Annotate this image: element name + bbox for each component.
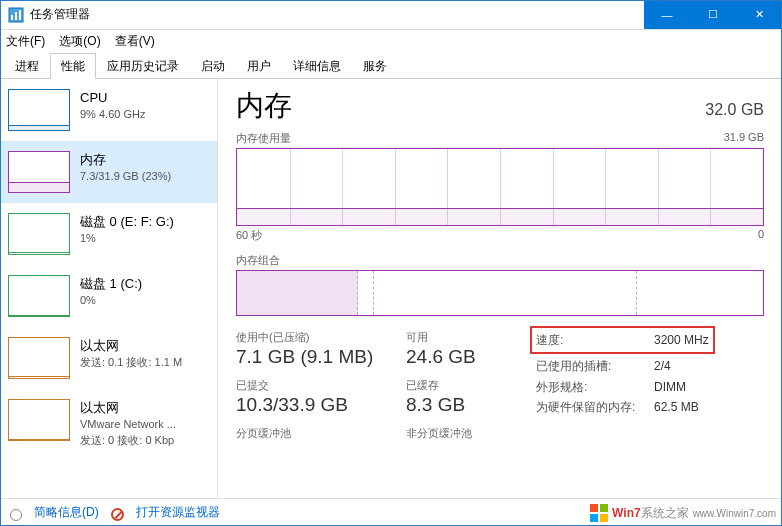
app-icon	[8, 7, 24, 23]
tab-startup[interactable]: 启动	[190, 53, 236, 79]
cached-label: 已缓存	[406, 378, 516, 393]
svg-rect-4	[590, 504, 598, 512]
commit-label: 已提交	[236, 378, 406, 393]
paged-label: 分页缓冲池	[236, 426, 406, 441]
disk1-sub: 0%	[80, 293, 142, 308]
eth0-name: 以太网	[80, 337, 182, 355]
memory-usage-chart	[236, 148, 764, 226]
main-panel: 内存 32.0 GB 内存使用量 31.9 GB 60 秒 0 内存组合	[218, 79, 782, 499]
form-key: 外形规格:	[536, 377, 636, 397]
svg-rect-6	[590, 514, 598, 522]
commit-value: 10.3/33.9 GB	[236, 394, 406, 416]
reserved-key: 为硬件保留的内存:	[536, 397, 636, 417]
cpu-name: CPU	[80, 89, 145, 107]
speed-key: 速度:	[536, 330, 636, 350]
disk0-name: 磁盘 0 (E: F: G:)	[80, 213, 174, 231]
content: CPU9% 4.60 GHz 内存7.3/31.9 GB (23%) 磁盘 0 …	[0, 79, 782, 499]
avail-label: 可用	[406, 330, 516, 345]
resource-monitor-link[interactable]: 打开资源监视器	[136, 504, 220, 521]
svg-rect-1	[11, 15, 13, 20]
nonpaged-label: 非分页缓冲池	[406, 426, 516, 441]
minimize-button[interactable]: —	[644, 0, 690, 29]
windows-icon	[590, 504, 608, 522]
axis-right: 0	[758, 228, 764, 243]
eth1-sub: 发送: 0 接收: 0 Kbp	[80, 433, 176, 448]
menubar: 文件(F) 选项(O) 查看(V)	[0, 30, 782, 52]
svg-rect-3	[19, 10, 21, 20]
memory-composition-chart	[236, 270, 764, 316]
tab-details[interactable]: 详细信息	[282, 53, 352, 79]
speed-value: 3200 MHz	[654, 330, 709, 350]
slots-key: 已使用的插槽:	[536, 356, 636, 376]
tab-history[interactable]: 应用历史记录	[96, 53, 190, 79]
reserved-value: 62.5 MB	[654, 397, 699, 417]
usage-max: 31.9 GB	[724, 131, 764, 146]
inuse-label: 使用中(已压缩)	[236, 330, 406, 345]
cpu-sub: 9% 4.60 GHz	[80, 107, 145, 122]
window-title: 任务管理器	[30, 6, 644, 23]
tab-users[interactable]: 用户	[236, 53, 282, 79]
svg-rect-2	[15, 12, 17, 20]
composition-label: 内存组合	[236, 253, 764, 268]
mem-thumb	[8, 151, 70, 193]
eth0-thumb	[8, 337, 70, 379]
mem-sub: 7.3/31.9 GB (23%)	[80, 169, 171, 184]
svg-rect-5	[600, 504, 608, 512]
disk1-thumb	[8, 275, 70, 317]
menu-options[interactable]: 选项(O)	[59, 33, 100, 50]
inuse-value: 7.1 GB (9.1 MB)	[236, 346, 406, 368]
sidebar-item-cpu[interactable]: CPU9% 4.60 GHz	[0, 79, 217, 141]
sidebar-item-eth1[interactable]: 以太网VMware Network ...发送: 0 接收: 0 Kbp	[0, 389, 217, 458]
mem-name: 内存	[80, 151, 171, 169]
disk0-thumb	[8, 213, 70, 255]
cpu-thumb	[8, 89, 70, 131]
tab-services[interactable]: 服务	[352, 53, 398, 79]
sidebar-item-memory[interactable]: 内存7.3/31.9 GB (23%)	[0, 141, 217, 203]
watermark: Win7系统之家 www.Winwin7.com	[590, 504, 776, 522]
window-controls: — ☐ ✕	[644, 0, 782, 29]
slots-value: 2/4	[654, 356, 671, 376]
eth1-sub2: VMware Network ...	[80, 417, 176, 432]
tab-processes[interactable]: 进程	[4, 53, 50, 79]
close-button[interactable]: ✕	[736, 0, 782, 29]
menu-file[interactable]: 文件(F)	[6, 33, 45, 50]
chevron-icon[interactable]	[10, 509, 22, 521]
svg-rect-7	[600, 514, 608, 522]
sidebar-item-disk1[interactable]: 磁盘 1 (C:)0%	[0, 265, 217, 327]
menu-view[interactable]: 查看(V)	[115, 33, 155, 50]
tabs: 进程 性能 应用历史记录 启动 用户 详细信息 服务	[0, 52, 782, 79]
maximize-button[interactable]: ☐	[690, 0, 736, 29]
tab-performance[interactable]: 性能	[50, 53, 96, 79]
disk1-name: 磁盘 1 (C:)	[80, 275, 142, 293]
sidebar: CPU9% 4.60 GHz 内存7.3/31.9 GB (23%) 磁盘 0 …	[0, 79, 218, 499]
stats: 使用中(已压缩)7.1 GB (9.1 MB) 可用24.6 GB 已提交10.…	[236, 330, 764, 441]
form-value: DIMM	[654, 377, 686, 397]
memory-details: 速度:3200 MHz 已使用的插槽:2/4 外形规格:DIMM 为硬件保留的内…	[536, 330, 709, 441]
eth0-sub: 发送: 0.1 接收: 1.1 M	[80, 355, 182, 370]
sidebar-item-eth0[interactable]: 以太网发送: 0.1 接收: 1.1 M	[0, 327, 217, 389]
sidebar-item-disk0[interactable]: 磁盘 0 (E: F: G:)1%	[0, 203, 217, 265]
disk0-sub: 1%	[80, 231, 174, 246]
eth1-thumb	[8, 399, 70, 441]
avail-value: 24.6 GB	[406, 346, 516, 368]
axis-left: 60 秒	[236, 228, 262, 243]
eth1-name: 以太网	[80, 399, 176, 417]
page-title: 内存	[236, 87, 292, 125]
titlebar: 任务管理器 — ☐ ✕	[0, 0, 782, 30]
total-memory: 32.0 GB	[705, 101, 764, 119]
usage-label: 内存使用量	[236, 131, 291, 146]
brief-info-link[interactable]: 简略信息(D)	[34, 504, 99, 521]
resmon-icon	[111, 508, 124, 521]
cached-value: 8.3 GB	[406, 394, 516, 416]
